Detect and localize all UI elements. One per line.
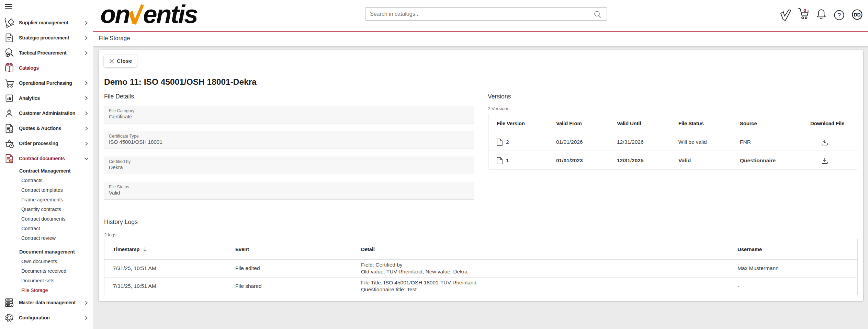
svg-text:0: 0 [804, 8, 806, 13]
svg-text:$: $ [10, 159, 12, 163]
svg-text:DD: DD [854, 12, 860, 17]
svg-text:?: ? [837, 12, 841, 19]
